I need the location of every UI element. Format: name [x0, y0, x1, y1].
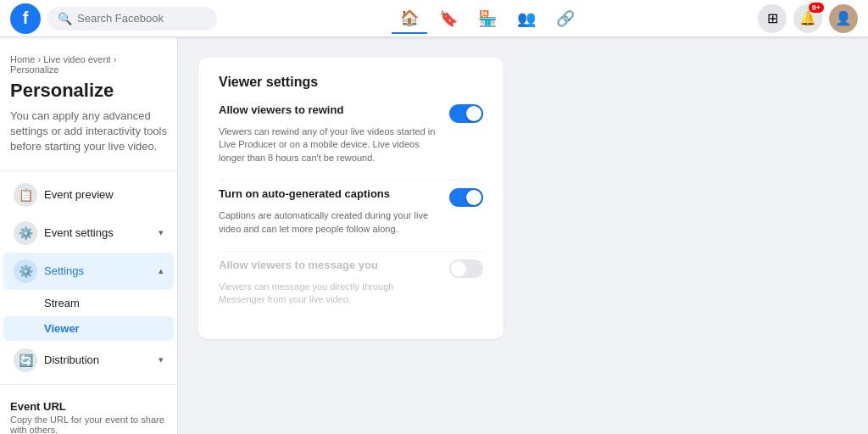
- sidebar-divider: [0, 170, 177, 171]
- settings-divider-2: [219, 251, 483, 252]
- facebook-logo[interactable]: f: [10, 3, 41, 34]
- sidebar-item-event-preview[interactable]: 📋 Event preview: [3, 176, 174, 214]
- sidebar-description: You can apply any advanced settings or a…: [0, 108, 177, 165]
- setting-label-message: Allow viewers to message you: [219, 259, 439, 271]
- breadcrumb-home[interactable]: Home: [10, 54, 35, 64]
- chevron-down-icon: ▾: [159, 227, 164, 238]
- settings-divider-1: [219, 180, 483, 181]
- nav-grid-button[interactable]: ⊞: [758, 4, 787, 33]
- notification-badge: 9+: [809, 3, 824, 13]
- toggle-captions[interactable]: [449, 188, 483, 207]
- sidebar-item-label: Event preview: [44, 188, 114, 201]
- nav-groups-button[interactable]: 👥: [509, 3, 544, 34]
- event-url-title: Event URL: [10, 400, 167, 413]
- setting-row-captions: Turn on auto-generated captions Captions…: [219, 187, 483, 236]
- breadcrumb-live-event[interactable]: Live video event: [43, 54, 111, 64]
- event-settings-icon: ⚙️: [14, 221, 37, 245]
- top-navigation: f 🔍 🏠 🔖 🏪 👥 🔗 ⊞ 🔔 9+ 👤: [0, 0, 868, 37]
- setting-desc-captions: Captions are automatically created durin…: [219, 209, 483, 236]
- search-bar[interactable]: 🔍: [47, 7, 217, 31]
- nav-home-button[interactable]: 🏠: [392, 3, 427, 34]
- sidebar-item-label: Settings: [44, 264, 84, 277]
- toggle-rewind-slider: [449, 104, 483, 123]
- toggle-message-slider: [449, 259, 483, 278]
- sidebar-item-label: Event settings: [44, 226, 114, 239]
- page-layout: Home › Live video event › Personalize Pe…: [0, 37, 868, 434]
- setting-label-rewind: Allow viewers to rewind: [219, 103, 439, 116]
- setting-desc-rewind: Viewers can rewind any of your live vide…: [219, 125, 483, 164]
- search-icon: 🔍: [58, 12, 72, 25]
- nav-marketplace-button[interactable]: 🏪: [470, 3, 505, 34]
- distribution-icon: 🔄: [14, 348, 37, 372]
- sidebar-item-event-settings[interactable]: ⚙️ Event settings ▾: [3, 214, 174, 252]
- sidebar-divider-2: [0, 384, 177, 385]
- setting-desc-message: Viewers can message you directly through…: [219, 281, 483, 307]
- sidebar-item-settings[interactable]: ⚙️ Settings ▴: [3, 253, 174, 290]
- avatar[interactable]: 👤: [829, 4, 858, 33]
- breadcrumb: Home › Live video event › Personalize: [0, 47, 177, 78]
- toggle-rewind[interactable]: [449, 104, 483, 123]
- chevron-up-icon: ▴: [159, 265, 164, 276]
- breadcrumb-current: Personalize: [10, 64, 58, 75]
- sidebar-sub-item-stream[interactable]: Stream: [3, 291, 174, 315]
- viewer-settings-title: Viewer settings: [219, 75, 483, 90]
- setting-row-rewind: Allow viewers to rewind Viewers can rewi…: [219, 103, 483, 164]
- main-content: Viewer settings Allow viewers to rewind …: [178, 37, 868, 434]
- sidebar-item-distribution[interactable]: 🔄 Distribution ▾: [3, 342, 174, 379]
- setting-row-message: Allow viewers to message you Viewers can…: [219, 259, 483, 307]
- chevron-down-icon: ▾: [159, 354, 164, 365]
- setting-label-captions: Turn on auto-generated captions: [219, 187, 439, 200]
- sidebar: Home › Live video event › Personalize Pe…: [0, 37, 178, 434]
- nav-gaming-button[interactable]: 🔗: [548, 3, 583, 34]
- nav-center: 🏠 🔖 🏪 👥 🔗: [392, 3, 583, 34]
- nav-left: f 🔍: [10, 3, 217, 34]
- sidebar-page-title: Personalize: [0, 78, 177, 108]
- sidebar-sub-item-viewer[interactable]: Viewer: [3, 316, 174, 341]
- settings-icon: ⚙️: [14, 259, 37, 283]
- settings-sub-items: Stream Viewer: [0, 291, 177, 341]
- nav-right: ⊞ 🔔 9+ 👤: [758, 4, 858, 33]
- event-url-description: Copy the URL for your event to share wit…: [10, 415, 167, 434]
- event-url-section: Event URL Copy the URL for your event to…: [0, 390, 177, 434]
- search-input[interactable]: [77, 12, 207, 25]
- viewer-settings-card: Viewer settings Allow viewers to rewind …: [198, 58, 504, 339]
- event-preview-icon: 📋: [14, 183, 37, 207]
- toggle-captions-slider: [449, 188, 483, 207]
- sidebar-item-label: Distribution: [44, 353, 99, 366]
- nav-notification-button[interactable]: 🔔 9+: [793, 4, 822, 33]
- nav-bookmark-button[interactable]: 🔖: [431, 3, 466, 34]
- toggle-message[interactable]: [449, 259, 483, 278]
